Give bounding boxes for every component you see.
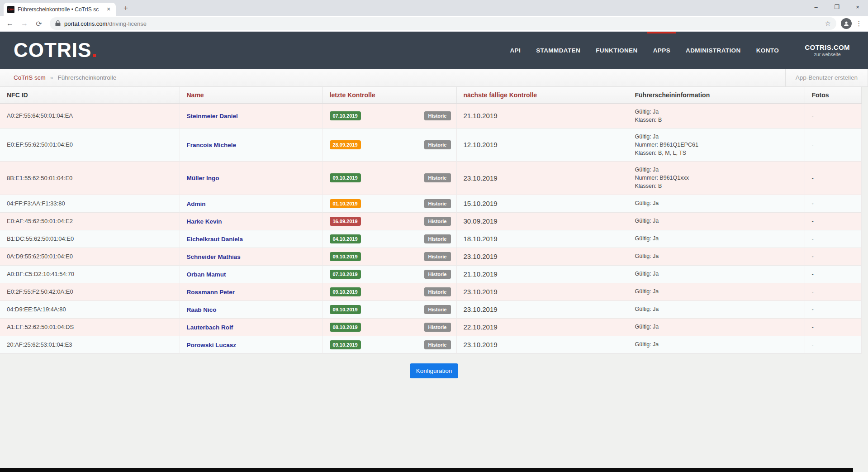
license-info-cell: Gültig: Ja Nummer: B961Q1EPC61 Klassen: … [628,128,805,161]
minimize-button[interactable]: – [806,0,826,14]
fotos-cell: - [805,318,861,336]
konfiguration-button[interactable]: Konfiguration [410,363,459,378]
table-header-row: NFC ID Name letzte Kontrolle nächste fäl… [0,87,861,103]
tab-close-icon[interactable]: × [105,6,112,13]
back-icon[interactable]: ← [4,17,16,30]
license-table: NFC ID Name letzte Kontrolle nächste fäl… [0,87,862,354]
nfc-id-cell: E0:AF:45:62:50:01:04:E2 [0,212,180,230]
nfc-id-cell: 04:D9:EE:5A:19:4A:80 [0,300,180,318]
table-row: E0:AF:45:62:50:01:04:E2 Harke Kevin 16.0… [0,212,861,230]
col-header-last-check[interactable]: letzte Kontrolle [323,87,456,103]
nav-item-administration[interactable]: ADMINISTRATION [678,32,749,69]
historie-button[interactable]: Historie [424,270,451,279]
app-header: COTRIS. API STAMMDATEN FUNKTIONEN APPS A… [0,32,868,69]
license-info-cell: Gültig: Ja [628,283,805,300]
last-check-badge: 07.10.2019 [330,270,361,279]
license-info-cell: Gültig: Ja [628,318,805,336]
cotris-logo[interactable]: COTRIS. [14,32,97,69]
person-name-link[interactable]: Eichelkraut Daniela [187,236,243,243]
person-name-link[interactable]: Harke Kevin [187,218,222,225]
col-header-license-info: Führerscheininformation [628,87,805,103]
historie-button[interactable]: Historie [424,199,451,208]
favicon-icon: CRV [7,6,14,13]
nfc-id-cell: E0:2F:55:F2:50:42:0A:E0 [0,283,180,300]
historie-button[interactable]: Historie [424,173,451,182]
person-name-link[interactable]: Raab Nico [187,306,217,313]
browser-tab[interactable]: CRV Führerscheinkontrolle • CoTrIS sc × [4,3,116,16]
historie-button[interactable]: Historie [424,252,451,261]
next-check-cell: 12.10.2019 [456,128,628,161]
license-info-cell: Gültig: Ja [628,212,805,230]
person-name-link[interactable]: Müller Ingo [187,175,219,181]
fotos-cell: - [805,336,861,353]
last-check-badge: 09.10.2019 [330,340,361,349]
license-info-cell: Gültig: Ja [628,230,805,248]
nav-item-stammdaten[interactable]: STAMMDATEN [528,32,588,69]
fotos-cell: - [805,283,861,300]
next-check-cell: 23.10.2019 [456,336,628,353]
site-link-subtitle: zur webseite [814,52,841,57]
person-name-link[interactable]: Orban Mamut [187,271,226,278]
person-name-link[interactable]: Francois Michele [187,142,237,148]
historie-button[interactable]: Historie [424,323,451,332]
nav-item-apps[interactable]: APPS [645,32,678,69]
nav-item-funktionen[interactable]: FUNKTIONEN [588,32,645,69]
historie-button[interactable]: Historie [424,140,451,149]
create-app-user-button[interactable]: App-Benutzer erstellen [785,69,868,86]
last-check-badge: 09.10.2019 [330,252,361,261]
forward-icon[interactable]: → [18,17,31,30]
next-check-cell: 15.10.2019 [456,195,628,212]
breadcrumb-root-link[interactable]: CoTrIS scm [14,74,46,81]
nfc-id-cell: A0:2F:55:64:50:01:04:EA [0,103,180,128]
col-header-name[interactable]: Name [180,87,323,103]
browser-tab-strip: CRV Führerscheinkontrolle • CoTrIS sc × … [0,0,868,16]
historie-button[interactable]: Historie [424,340,451,349]
fotos-cell: - [805,103,861,128]
browser-toolbar: ← → ⟳ portal.cotris.com/driving-license … [0,16,868,32]
lock-icon [55,20,61,27]
close-button[interactable]: × [847,0,868,14]
fotos-cell: - [805,300,861,318]
nav-item-api[interactable]: API [502,32,528,69]
url-text: portal.cotris.com/driving-license [64,20,821,27]
col-header-next-check[interactable]: nächste fällige Kontrolle [456,87,628,103]
person-name-link[interactable]: Rossmann Peter [187,289,235,296]
profile-avatar-icon[interactable] [841,18,852,29]
table-row: A0:2F:55:64:50:01:04:EA Steinmeier Danie… [0,103,861,128]
historie-button[interactable]: Historie [424,111,451,120]
last-check-badge: 04.10.2019 [330,234,361,243]
url-bar[interactable]: portal.cotris.com/driving-license ☆ [50,17,836,30]
nfc-id-cell: B1:DC:55:62:50:01:04:E0 [0,230,180,248]
person-name-link[interactable]: Admin [187,200,206,207]
last-check-badge: 09.10.2019 [330,305,361,314]
bookmark-star-icon[interactable]: ☆ [825,19,831,28]
nav-item-cotris-com[interactable]: COTRIS.COM zur webseite [787,32,854,69]
table-row: A1:EF:52:62:50:01:04:DS Lauterbach Rolf … [0,318,861,336]
reload-icon[interactable]: ⟳ [33,17,45,30]
person-name-link[interactable]: Lauterbach Rolf [187,324,233,331]
historie-button[interactable]: Historie [424,234,451,243]
historie-button[interactable]: Historie [424,217,451,226]
next-check-cell: 18.10.2019 [456,230,628,248]
nfc-id-cell: 0A:D9:55:62:50:01:04:E0 [0,248,180,265]
license-info-cell: Gültig: Ja [628,248,805,265]
nfc-id-cell: 20:AF:25:62:53:01:04:E3 [0,336,180,353]
fotos-cell: - [805,212,861,230]
nfc-id-cell: A0:BF:C5:D2:10:41:54:70 [0,265,180,283]
nfc-id-cell: 04:FF:F3:AA:F1:33:80 [0,195,180,212]
historie-button[interactable]: Historie [424,305,451,314]
new-tab-button[interactable]: + [119,2,132,15]
nav-item-konto[interactable]: KONTO [749,32,787,69]
person-name-link[interactable]: Schneider Mathias [187,253,241,260]
person-name-link[interactable]: Steinmeier Daniel [187,113,238,119]
table-row: 04:FF:F3:AA:F1:33:80 Admin 01.10.2019 Hi… [0,195,861,212]
person-name-link[interactable]: Porowski Lucasz [187,342,237,348]
nfc-id-cell: E0:EF:55:62:50:01:04:E0 [0,128,180,161]
next-check-cell: 22.10.2019 [456,318,628,336]
historie-button[interactable]: Historie [424,287,451,296]
license-info-cell: Gültig: Ja Klassen: B [628,103,805,128]
browser-menu-icon[interactable]: ⋮ [854,19,864,28]
restore-button[interactable]: ❐ [826,0,847,14]
config-row: Konfiguration [0,354,868,388]
logo-dot: . [91,39,97,62]
